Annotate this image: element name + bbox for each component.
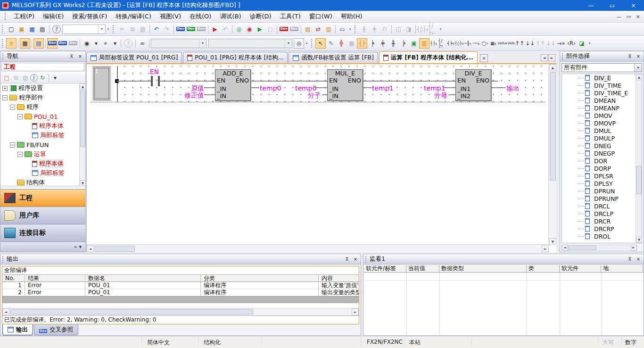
close-panel-icon[interactable]: × (352, 256, 359, 263)
menu-item[interactable]: 帮助(H) (337, 11, 367, 22)
menu-item[interactable]: 视图(V) (156, 11, 185, 22)
combo-dropdown-icon[interactable]: ▾ (98, 25, 105, 33)
device-hex-icon[interactable]: Dev (196, 24, 206, 34)
part-list-item[interactable]: DPLSY (562, 180, 642, 187)
workspace-button-project[interactable]: 工程 (0, 189, 85, 207)
child-close-button[interactable]: × (636, 14, 640, 20)
part-list-item[interactable]: DPLSR (562, 172, 642, 180)
sort-selector-icon[interactable]: ▾ (50, 73, 60, 83)
scroll-down-icon[interactable]: ▼ (549, 238, 556, 245)
tree-scrollbar[interactable]: ▲ ▼ (79, 83, 85, 186)
part-list-hscrollbar[interactable]: ◄ ► (561, 245, 637, 251)
menu-item[interactable]: 转换/编译(C) (111, 11, 156, 22)
menu-item[interactable]: 在线(O) (185, 11, 215, 22)
dock-tab-crossref[interactable]: Dev交叉参照 (34, 324, 78, 335)
watch-column-header[interactable]: 类 (527, 265, 560, 272)
watch-column-header[interactable]: 当前值 (406, 265, 439, 272)
line-f6-icon[interactable]: ──₆ (472, 38, 480, 49)
contact-f5-icon[interactable]: ─┃₅ (463, 38, 472, 49)
menu-item[interactable]: 编辑(E) (39, 11, 68, 22)
scroll-left-icon[interactable]: ◄ (562, 245, 568, 250)
redo-icon[interactable]: ↷ (162, 24, 172, 34)
read-from-plc-icon[interactable]: ↶ (220, 24, 231, 34)
undo-icon[interactable]: ↶ (151, 24, 162, 34)
part-list-vscrollbar[interactable]: ▲ ▼ (636, 74, 642, 243)
device-batch-monitor-icon[interactable]: Dev (279, 24, 289, 34)
output-label[interactable]: 输出 (506, 84, 520, 93)
scroll-right-icon[interactable]: ► (631, 245, 636, 250)
part-list-item[interactable]: DMUL (562, 127, 642, 134)
copy-data-icon[interactable]: ⧉ (11, 73, 21, 83)
tab-close-icon[interactable]: × (480, 54, 488, 62)
device-comment-icon[interactable]: Dev (47, 38, 58, 49)
output-window-icon[interactable]: ▤ (33, 38, 44, 49)
tree-item-yunsuan-labels[interactable]: 局部标签 (0, 168, 85, 178)
part-list-item[interactable]: DIV_TIME_E (562, 89, 642, 97)
refresh-icon[interactable]: ↻ (38, 73, 47, 83)
input-label[interactable]: 分子 (306, 91, 321, 100)
ladder-block-header[interactable]: 1 (93, 66, 110, 100)
watch-column-header[interactable]: 软元件 (560, 265, 601, 272)
new-data-icon[interactable]: □ (2, 73, 11, 83)
function-block-add-e[interactable]: ADD_E ENENO _IN _IN (215, 69, 251, 101)
contact-f3-icon[interactable]: ┥┝₃ (446, 38, 455, 49)
sort-down2-icon[interactable]: ↓↓ (545, 38, 556, 49)
function-block-selection-icon[interactable]: ▦ (20, 38, 30, 49)
part-list-item[interactable]: DMOV (562, 112, 642, 119)
close-panel-icon[interactable]: × (635, 53, 642, 60)
quick-find-combobox[interactable]: ▾ (62, 25, 106, 34)
monitor-pause-icon[interactable]: ○ (265, 24, 275, 34)
function-block-div-e[interactable]: DIV_E ENENO _IN1 _IN2 (455, 69, 491, 101)
print-icon[interactable]: ▤ (37, 24, 48, 34)
function-block-mul-e[interactable]: MUL_E ENENO _IN _IN (327, 69, 363, 101)
error-row[interactable]: 2 Error POU_01 编译程序 输出变量的类型不一致。(梯形图块No.1… (2, 289, 359, 296)
error-row[interactable]: 1 Error POU_01 编译程序 输入变量'原值'的数据类型不正确。(梯形… (2, 282, 359, 289)
tree-item-yunsuan[interactable]: −运算 (0, 149, 85, 159)
sort-up-icon[interactable]: ↑↑ (514, 38, 525, 49)
watch-start-icon[interactable]: ◨ (404, 24, 414, 34)
workspace-footer[interactable]: »▾ (0, 241, 85, 252)
scroll-up-icon[interactable]: ▲ (549, 64, 556, 71)
tab-fb-label-settings[interactable]: 函数/FB标签设置 运算 [FB] (289, 52, 378, 63)
expander-minus-icon[interactable]: − (17, 152, 23, 157)
expander-minus-icon[interactable]: − (17, 114, 23, 119)
sort-up2-icon[interactable]: ↑↑ (535, 38, 545, 49)
ladder-monitor-icon[interactable]: ╫ (359, 24, 369, 34)
workspace-button-userlib[interactable]: 用户库 (0, 207, 85, 224)
block-f8-icon[interactable]: ▦₈ (489, 38, 497, 49)
statement-swap-icon[interactable]: ⇄ (313, 24, 323, 34)
toolbar-grip[interactable] (311, 39, 314, 48)
scroll-left-icon[interactable]: ◄ (2, 308, 9, 315)
dock-tab-output[interactable]: 输出 (2, 324, 33, 335)
guided-mode-icon[interactable]: ▦ (347, 38, 357, 49)
note2-icon[interactable]: ▥ (323, 24, 334, 34)
close-button[interactable]: × (623, 0, 644, 11)
toolbar-grip[interactable] (2, 25, 4, 33)
part-list-item[interactable]: DIV_E (562, 74, 642, 82)
insert-row-icon[interactable]: ╪ (378, 38, 388, 49)
toolbar-overflow-button[interactable]: ▾ (106, 24, 111, 34)
monitor-run-icon[interactable]: ▶ (255, 24, 265, 34)
scroll-right-icon[interactable]: ► (352, 308, 359, 315)
device-memory-icon[interactable]: Dev (58, 38, 68, 49)
paste-icon[interactable]: ▧ (138, 24, 148, 34)
watch-column-header[interactable]: 数据类型 (439, 265, 527, 272)
close-panel-icon[interactable]: × (76, 53, 84, 60)
watch-register-icon[interactable]: ◫ (393, 24, 404, 34)
monitor-stop-icon[interactable]: ◉ (244, 24, 255, 34)
tab-local-label-pou01[interactable]: 局部标签设置 POU_01 [PRG] (86, 52, 182, 63)
tree-item-fbfun[interactable]: −FB/FUN (0, 140, 85, 149)
property-icon[interactable]: i (30, 74, 38, 82)
cut-icon[interactable]: ✂ (117, 24, 127, 34)
coil-f7-icon[interactable]: ◯₇ (480, 38, 489, 49)
output-hscrollbar[interactable]: ◄ ► (2, 308, 359, 315)
tab-yunsuan-body[interactable]: 运算 [FB] 程序本体 [结构化... (379, 51, 478, 63)
scroll-up-icon[interactable]: ▲ (80, 83, 85, 90)
pin-icon[interactable]: ⊼ (343, 256, 351, 263)
pulse-test-icon[interactable]: ⊓ (380, 24, 390, 34)
output-label[interactable]: temp0 (260, 84, 281, 92)
menu-item[interactable]: 搜索/替换(F) (68, 11, 111, 22)
close-panel-icon[interactable]: × (635, 256, 642, 263)
zoom-combobox[interactable]: ▾ (151, 39, 206, 48)
toolbar-grip[interactable] (113, 25, 115, 33)
